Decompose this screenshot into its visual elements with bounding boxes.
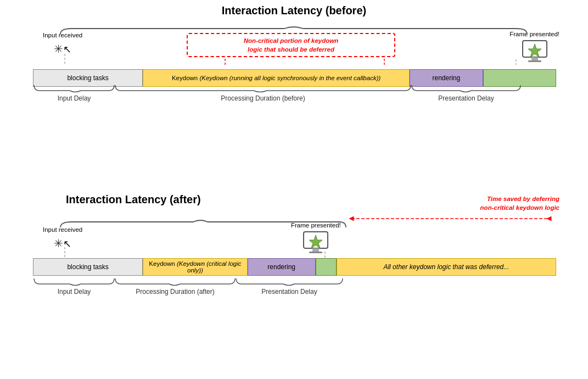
svg-rect-6 xyxy=(309,252,322,253)
burst-icon-after: ✳ xyxy=(54,237,63,249)
bar-blocking-before: blocking tasks xyxy=(33,69,143,87)
svg-text:Presentation Delay: Presentation Delay xyxy=(261,288,317,296)
svg-text:Input Delay: Input Delay xyxy=(58,288,91,296)
section-before: Interaction Latency (before) Input recei… xyxy=(0,4,588,18)
svg-rect-5 xyxy=(312,248,319,252)
monitor-icon-after xyxy=(301,231,330,255)
bar-keydown-after: Keydown (Keydown (critical logic only)) xyxy=(143,258,248,276)
title-before: Interaction Latency (before) xyxy=(0,4,588,17)
svg-text:Input Delay: Input Delay xyxy=(58,94,91,102)
bar-rendering-before: rendering xyxy=(410,69,483,87)
section-after: Interaction Latency (after) Time saved b… xyxy=(0,193,588,207)
frame-presented-before: Frame presented! xyxy=(509,31,559,65)
input-received-label-before: Input received xyxy=(43,32,82,40)
diagram-container: Interaction Latency (before) Input recei… xyxy=(0,0,588,379)
burst-icon-before: ✳ xyxy=(54,43,63,55)
frame-presented-label-after: Frame presented! xyxy=(291,222,341,228)
bar-green-after xyxy=(316,258,337,276)
svg-rect-2 xyxy=(528,60,541,62)
input-received-label-after: Input received xyxy=(43,226,82,234)
bar-rendering-after: rendering xyxy=(248,258,316,276)
burst-cursor-after: ✳↖ xyxy=(43,235,82,249)
input-received-after: Input received ✳↖ xyxy=(43,226,82,249)
bar-keydown-before: Keydown (Keydown (running all logic sync… xyxy=(143,69,410,87)
bar-deferred-after: All other keydown logic that was deferre… xyxy=(337,258,556,276)
timeline-after: blocking tasks Keydown (Keydown (critica… xyxy=(33,258,556,276)
svg-text:Presentation Delay: Presentation Delay xyxy=(438,94,494,102)
svg-text:Processing Duration (before): Processing Duration (before) xyxy=(221,94,305,102)
red-annotation-before: Non-critical portion of keydownlogic tha… xyxy=(187,33,395,57)
bar-blocking-after: blocking tasks xyxy=(33,258,143,276)
bar-green-before xyxy=(483,69,556,87)
frame-presented-after: Frame presented! xyxy=(291,222,341,257)
red-annotation-label: Non-critical portion of keydownlogic tha… xyxy=(192,36,390,54)
frame-presented-label-before: Frame presented! xyxy=(509,31,559,37)
svg-text:Processing Duration (after): Processing Duration (after) xyxy=(136,288,214,296)
timeline-before: blocking tasks Keydown (Keydown (running… xyxy=(33,69,556,87)
svg-rect-1 xyxy=(531,57,538,60)
burst-cursor-before: ✳↖ xyxy=(43,41,82,55)
monitor-icon-before xyxy=(520,40,549,64)
cursor-icon-after: ↖ xyxy=(63,238,71,249)
time-saved-label: Time saved by deferringnon-critical keyd… xyxy=(480,194,559,212)
input-received-before: Input received ✳↖ xyxy=(43,32,82,55)
cursor-icon-before: ↖ xyxy=(63,44,71,55)
